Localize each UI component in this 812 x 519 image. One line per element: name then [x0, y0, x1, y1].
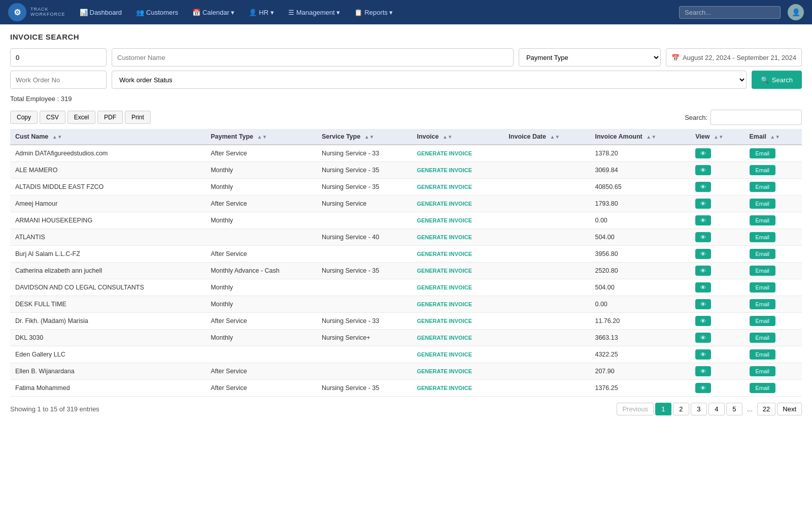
payment-type-select[interactable]: Payment Type After Service Monthly Month… [519, 48, 661, 67]
cell-view[interactable]: 👁 [690, 145, 744, 162]
view-button[interactable]: 👁 [695, 199, 711, 209]
view-button[interactable]: 👁 [695, 232, 711, 242]
search-button[interactable]: 🔍 Search [752, 71, 802, 89]
cell-invoice[interactable]: GENERATE INVOICE [412, 179, 503, 196]
cell-view[interactable]: 👁 [690, 363, 744, 380]
view-button[interactable]: 👁 [695, 249, 711, 259]
email-button[interactable]: Email [750, 383, 776, 393]
cell-email[interactable]: Email [745, 380, 802, 397]
cell-invoice[interactable]: GENERATE INVOICE [412, 279, 503, 296]
email-button[interactable]: Email [750, 249, 776, 259]
cell-view[interactable]: 👁 [690, 296, 744, 313]
cell-view[interactable]: 👁 [690, 179, 744, 196]
pagination-page-1[interactable]: 1 [655, 403, 671, 415]
cell-view[interactable]: 👁 [690, 162, 744, 179]
cell-view[interactable]: 👁 [690, 330, 744, 346]
col-service-type[interactable]: Service Type ▲▼ [317, 129, 412, 145]
col-email[interactable]: Email ▲▼ [745, 129, 802, 145]
nav-calendar[interactable]: 📅 Calendar ▾ [186, 0, 241, 24]
view-button[interactable]: 👁 [695, 349, 711, 360]
cell-invoice[interactable]: GENERATE INVOICE [412, 346, 503, 363]
pagination-page-4[interactable]: 4 [708, 403, 725, 415]
pdf-button[interactable]: PDF [97, 111, 123, 124]
view-button[interactable]: 👁 [695, 316, 711, 326]
pagination-page-3[interactable]: 3 [691, 403, 707, 415]
cell-email[interactable]: Email [745, 162, 802, 179]
cell-invoice[interactable]: GENERATE INVOICE [412, 363, 503, 380]
cell-invoice[interactable]: GENERATE INVOICE [412, 145, 503, 162]
cell-invoice[interactable]: GENERATE INVOICE [412, 229, 503, 246]
global-search-input[interactable] [679, 6, 781, 19]
cell-email[interactable]: Email [745, 346, 802, 363]
cell-view[interactable]: 👁 [690, 229, 744, 246]
cell-invoice[interactable]: GENERATE INVOICE [412, 296, 503, 313]
cell-email[interactable]: Email [745, 212, 802, 229]
view-button[interactable]: 👁 [695, 333, 711, 343]
cell-invoice[interactable]: GENERATE INVOICE [412, 313, 503, 330]
date-range-picker[interactable]: 📅 August 22, 2024 - September 21, 2024 [666, 48, 802, 67]
cell-invoice[interactable]: GENERATE INVOICE [412, 380, 503, 397]
email-button[interactable]: Email [750, 148, 776, 158]
email-button[interactable]: Email [750, 349, 776, 360]
brand[interactable]: ⚙ TRACK WORKFORCE [8, 3, 65, 21]
email-button[interactable]: Email [750, 266, 776, 276]
nav-management[interactable]: ☰ Management ▾ [282, 0, 347, 24]
table-search-input[interactable] [710, 110, 802, 125]
cell-email[interactable]: Email [745, 179, 802, 196]
col-invoice-date[interactable]: Invoice Date ▲▼ [503, 129, 590, 145]
email-button[interactable]: Email [750, 282, 776, 293]
pagination-next[interactable]: Next [777, 403, 802, 415]
cell-invoice[interactable]: GENERATE INVOICE [412, 196, 503, 212]
pagination-page-5[interactable]: 5 [726, 403, 742, 415]
cell-email[interactable]: Email [745, 296, 802, 313]
email-button[interactable]: Email [750, 333, 776, 343]
cell-email[interactable]: Email [745, 363, 802, 380]
work-order-status-select[interactable]: Work order Status Active Inactive [112, 71, 747, 89]
cell-view[interactable]: 👁 [690, 246, 744, 263]
email-button[interactable]: Email [750, 165, 776, 175]
email-button[interactable]: Email [750, 316, 776, 326]
cell-view[interactable]: 👁 [690, 313, 744, 330]
col-payment-type[interactable]: Payment Type ▲▼ [206, 129, 317, 145]
email-button[interactable]: Email [750, 199, 776, 209]
col-view[interactable]: View ▲▼ [690, 129, 744, 145]
view-button[interactable]: 👁 [695, 215, 711, 225]
view-button[interactable]: 👁 [695, 299, 711, 309]
cell-invoice[interactable]: GENERATE INVOICE [412, 330, 503, 346]
view-button[interactable]: 👁 [695, 383, 711, 393]
nav-customers[interactable]: 👥 Customers [130, 0, 184, 24]
nav-dashboard[interactable]: 📊 Dashboard [74, 0, 128, 24]
view-button[interactable]: 👁 [695, 282, 711, 293]
view-button[interactable]: 👁 [695, 182, 711, 192]
cell-view[interactable]: 👁 [690, 279, 744, 296]
print-button[interactable]: Print [125, 111, 151, 124]
cell-email[interactable]: Email [745, 313, 802, 330]
cell-invoice[interactable]: GENERATE INVOICE [412, 246, 503, 263]
user-avatar[interactable]: 👤 [788, 4, 804, 20]
cell-email[interactable]: Email [745, 279, 802, 296]
cell-view[interactable]: 👁 [690, 196, 744, 212]
view-button[interactable]: 👁 [695, 366, 711, 376]
cell-view[interactable]: 👁 [690, 263, 744, 279]
copy-button[interactable]: Copy [10, 111, 38, 124]
cell-view[interactable]: 👁 [690, 212, 744, 229]
email-button[interactable]: Email [750, 232, 776, 242]
cell-email[interactable]: Email [745, 145, 802, 162]
email-button[interactable]: Email [750, 366, 776, 376]
csv-button[interactable]: CSV [40, 111, 65, 124]
view-button[interactable]: 👁 [695, 165, 711, 175]
cell-email[interactable]: Email [745, 229, 802, 246]
pagination-previous[interactable]: Previous [617, 403, 654, 415]
pagination-page-2[interactable]: 2 [673, 403, 689, 415]
email-button[interactable]: Email [750, 299, 776, 309]
view-button[interactable]: 👁 [695, 148, 711, 158]
col-invoice[interactable]: Invoice ▲▼ [412, 129, 503, 145]
col-invoice-amount[interactable]: Invoice Amount ▲▼ [590, 129, 690, 145]
cell-email[interactable]: Email [745, 246, 802, 263]
invoice-number-input[interactable] [10, 48, 107, 67]
cell-email[interactable]: Email [745, 196, 802, 212]
pagination-last-page[interactable]: 22 [757, 403, 775, 415]
nav-reports[interactable]: 📋 Reports ▾ [348, 0, 399, 24]
customer-name-input[interactable] [112, 48, 514, 67]
nav-hr[interactable]: 👤 HR ▾ [243, 0, 280, 24]
